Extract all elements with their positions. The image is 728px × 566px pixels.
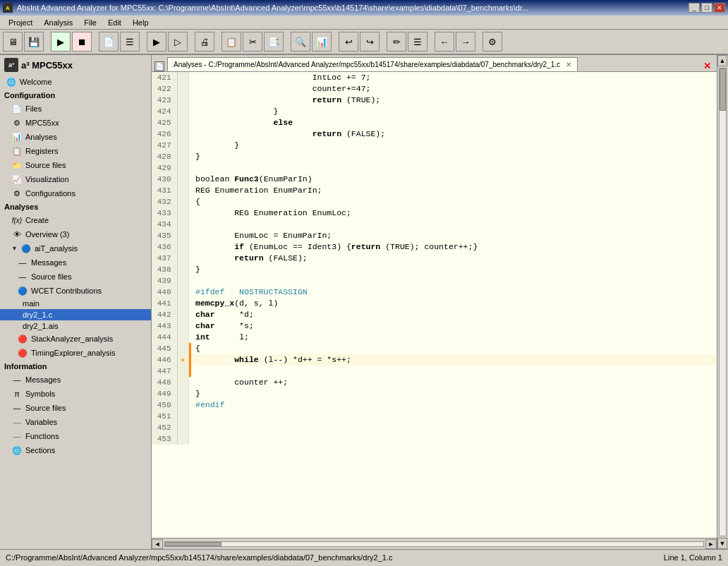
sidebar-item-visualization[interactable]: 📈 Visualization	[0, 172, 151, 186]
sidebar-item-functions[interactable]: — Functions	[0, 429, 151, 443]
toolbar-btn-stop[interactable]: ⏹	[72, 32, 92, 52]
close-panel-button[interactable]: ✕	[700, 61, 714, 71]
scroll-left-btn[interactable]: ◄	[152, 539, 163, 549]
minimize-button[interactable]: _	[688, 3, 700, 13]
sidebar-item-welcome[interactable]: 🌐 Welcome	[0, 75, 151, 89]
line-number: 426	[152, 128, 177, 140]
window-controls: _ □ ✕	[688, 3, 725, 13]
sidebar-item-label: Registers	[25, 147, 58, 155]
toolbar-btn-settings[interactable]: ⚙	[483, 32, 502, 52]
section-header-analyses: Analyses	[0, 200, 151, 213]
table-row: 429	[152, 162, 717, 174]
sidebar-item-files[interactable]: 📄 Files	[0, 102, 151, 116]
menu-project[interactable]: Project	[3, 17, 38, 28]
table-row: 431REG Enumeration EnumParIn;	[152, 185, 717, 196]
bookmark-col	[177, 298, 188, 309]
toolbar-btn-2[interactable]: 💾	[24, 32, 44, 52]
scroll-track-h[interactable]	[164, 541, 704, 547]
toolbar-btn-chart[interactable]: 📊	[312, 32, 332, 52]
menu-file[interactable]: File	[78, 17, 102, 28]
line-number: 428	[152, 151, 177, 162]
sidebar-item-source-files-config[interactable]: 📁 Source files	[0, 158, 151, 172]
sidebar-item-ait[interactable]: ▼ 🔵 aiT_analysis	[0, 241, 151, 255]
code-content: boolean Func3(EnumParIn)	[191, 174, 717, 185]
table-row: 443char *s;	[152, 320, 717, 332]
scroll-thumb-v[interactable]	[720, 68, 726, 111]
main-area: a³ a³ MPC55xx 🌐 Welcome Configuration 📄 …	[0, 55, 728, 549]
toolbar-btn-undo[interactable]: ↩	[339, 32, 358, 52]
sidebar-item-create[interactable]: f(x) Create	[0, 213, 151, 227]
scroll-right-btn[interactable]: ►	[705, 539, 717, 549]
horizontal-scrollbar[interactable]: ◄ ►	[152, 538, 717, 549]
sidebar-item-dry2-1-ais[interactable]: dry2_1.ais	[0, 320, 151, 332]
toolbar-btn-list[interactable]: ☰	[120, 32, 140, 52]
toolbar-btn-redo[interactable]: ↪	[360, 32, 380, 52]
line-number: 430	[152, 174, 177, 185]
sidebar-item-mpc55xx[interactable]: ⚙ MPC55xx	[0, 116, 151, 130]
var-icon: —	[11, 416, 23, 428]
toolbar-btn-cut[interactable]: ✂	[243, 32, 262, 52]
sidebar-item-variables[interactable]: — Variables	[0, 415, 151, 429]
code-content: EnumLoc = EnumParIn;	[191, 230, 717, 241]
sidebar-item-label: Files	[25, 104, 42, 113]
sidebar-item-symbols[interactable]: π Symbols	[0, 387, 151, 401]
bookmark-col	[177, 366, 188, 377]
logo-icon: a³	[4, 58, 18, 72]
bookmark-col	[177, 275, 188, 287]
scroll-track-v[interactable]	[719, 68, 727, 536]
bookmark-col	[177, 264, 188, 275]
bookmark-col	[177, 207, 188, 219]
sidebar-item-main[interactable]: main	[0, 298, 151, 309]
scroll-up-btn[interactable]: ▲	[717, 55, 727, 66]
sidebar-item-analyses-config[interactable]: 📊 Analyses	[0, 130, 151, 144]
table-row: 439	[152, 275, 717, 287]
toolbar-btn-run[interactable]: ▶	[51, 32, 71, 52]
toolbar-btn-1[interactable]: 🖥	[3, 32, 23, 52]
sidebar-item-stackanalyzer[interactable]: 🔴 StackAnalyzer_analysis	[0, 332, 151, 346]
sidebar-item-registers[interactable]: 📋 Registers	[0, 144, 151, 158]
app-name: a³ MPC55xx	[21, 60, 73, 71]
sidebar-item-label: MPC55xx	[25, 119, 59, 127]
toolbar-btn-search[interactable]: 🔍	[291, 32, 310, 52]
sidebar-item-messages[interactable]: — Messages	[0, 255, 151, 270]
toolbar-btn-format[interactable]: ☰	[408, 32, 427, 52]
line-number: 424	[152, 106, 177, 117]
toolbar-btn-doc[interactable]: 📄	[99, 32, 119, 52]
toolbar-btn-copy[interactable]: 📋	[222, 32, 241, 52]
toolbar-btn-paste[interactable]: 📑	[264, 32, 284, 52]
scroll-thumb-h[interactable]	[165, 542, 222, 546]
sidebar-item-dry2-1-c[interactable]: dry2_1.c	[0, 309, 151, 320]
sidebar-item-sections[interactable]: 🌐 Sections	[0, 443, 151, 457]
menu-help[interactable]: Help	[127, 17, 154, 28]
sidebar-item-messages-info[interactable]: — Messages	[0, 373, 151, 387]
tab-close-btn[interactable]: ✕	[566, 61, 571, 68]
close-button[interactable]: ✕	[714, 3, 725, 13]
sidebar-item-label: Source files	[25, 161, 66, 169]
bookmark-col	[177, 219, 188, 230]
sidebar-item-timingexplorer[interactable]: 🔴 TimingExplorer_analysis	[0, 346, 151, 360]
code-content: while (l--) *d++ = *s++;	[191, 354, 717, 366]
code-content: {	[191, 196, 717, 207]
vertical-scrollbar[interactable]: ▲ ▼	[717, 55, 728, 549]
sidebar-item-configurations[interactable]: ⚙ Configurations	[0, 186, 151, 200]
menu-edit[interactable]: Edit	[102, 17, 127, 28]
sidebar-item-overview[interactable]: 👁 Overview (3)	[0, 227, 151, 241]
table-row: 438}	[152, 264, 717, 275]
code-content	[191, 422, 717, 433]
code-editor[interactable]: 421 IntLoc += 7;422 counter+=47;423 retu…	[152, 72, 717, 538]
sidebar-item-wcet[interactable]: 🔵 WCET Contributions	[0, 284, 151, 298]
toolbar-btn-play1[interactable]: ▶	[147, 32, 166, 52]
toolbar-btn-edit[interactable]: ✏	[387, 32, 406, 52]
line-number: 444	[152, 332, 177, 343]
toolbar-btn-play2[interactable]: ▷	[168, 32, 188, 52]
scroll-down-btn[interactable]: ▼	[717, 538, 727, 549]
table-row: 432{	[152, 196, 717, 207]
menu-analysis[interactable]: Analysis	[38, 17, 78, 28]
toolbar-btn-print[interactable]: 🖨	[195, 32, 214, 52]
sidebar-item-source-files-info[interactable]: — Source files	[0, 401, 151, 415]
toolbar-btn-forward[interactable]: →	[456, 32, 475, 52]
toolbar-btn-back[interactable]: ←	[435, 32, 454, 52]
maximize-button[interactable]: □	[701, 3, 712, 13]
sidebar-item-source-files-analysis[interactable]: — Source files	[0, 270, 151, 284]
tab-analyses[interactable]: Analyses - C:/Programme/AbsInt/Advanced …	[167, 57, 578, 71]
